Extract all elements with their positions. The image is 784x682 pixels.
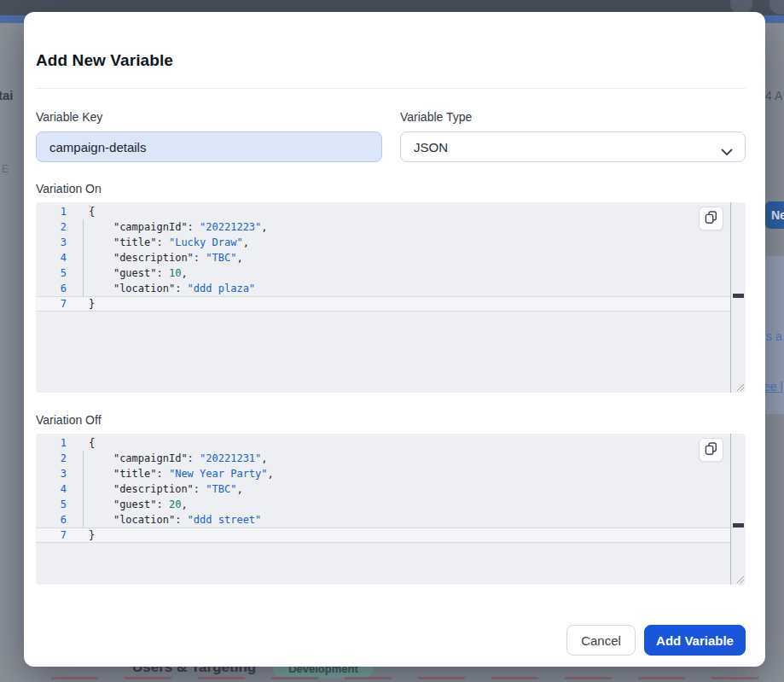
code-line[interactable]: 4 "description": "TBC", [36, 250, 730, 265]
chevron-down-icon [721, 144, 733, 160]
variable-type-label: Variable Type [400, 110, 746, 124]
variation-on-editor[interactable]: 1{2 "campaignId": "20221223",3 "title": … [36, 202, 746, 393]
code-line[interactable]: 6 "location": "ddd plaza" [36, 281, 730, 296]
variable-key-input[interactable] [36, 131, 382, 162]
line-number: 5 [36, 497, 67, 512]
line-number: 7 [36, 528, 67, 543]
resize-handle[interactable] [735, 574, 744, 583]
line-number: 6 [36, 512, 67, 528]
line-number: 5 [36, 265, 67, 281]
copy-icon [705, 442, 717, 458]
code-line[interactable]: 7} [36, 528, 730, 543]
variation-off-label: Variation Off [36, 413, 746, 427]
variation-off-editor[interactable]: 1{2 "campaignId": "20221231",3 "title": … [36, 434, 746, 585]
code-line[interactable]: 1{ [36, 435, 730, 451]
code-line[interactable]: 5 "guest": 10, [36, 265, 730, 281]
cancel-button[interactable]: Cancel [566, 625, 636, 656]
editor-scroll-border [730, 434, 731, 585]
code-line[interactable]: 2 "campaignId": "20221231", [36, 451, 730, 466]
variable-key-label: Variable Key [36, 110, 382, 124]
modal-title: Add New Variable [36, 51, 746, 70]
line-number: 2 [36, 451, 67, 466]
copy-button[interactable] [699, 207, 723, 230]
resize-handle[interactable] [735, 382, 744, 391]
code-lines: 1{2 "campaignId": "20221223",3 "title": … [36, 202, 730, 312]
line-number: 7 [36, 296, 67, 312]
code-lines: 1{2 "campaignId": "20221231",3 "title": … [36, 434, 730, 543]
line-number: 4 [36, 481, 67, 497]
form-row: Variable Key Variable Type JSON [36, 110, 746, 162]
line-number: 3 [36, 466, 67, 481]
code-line[interactable]: 7} [36, 296, 730, 312]
modal-footer: Cancel Add Variable [566, 625, 746, 656]
variable-type-field: Variable Type JSON [400, 110, 746, 162]
indent-guide [83, 451, 84, 528]
scrollbar-thumb[interactable] [733, 294, 744, 298]
indent-guide [83, 219, 84, 296]
add-variable-button[interactable]: Add Variable [644, 625, 746, 656]
copy-button[interactable] [699, 438, 723, 462]
line-number: 4 [36, 250, 67, 265]
code-line[interactable]: 5 "guest": 20, [36, 497, 730, 512]
code-line[interactable]: 1{ [36, 204, 730, 219]
code-line[interactable]: 3 "title": "New Year Party", [36, 466, 730, 481]
header-divider [36, 88, 746, 89]
copy-icon [705, 211, 717, 227]
add-variable-modal: Add New Variable Variable Key Variable T… [24, 12, 765, 667]
variable-type-value: JSON [414, 140, 448, 154]
code-line[interactable]: 3 "title": "Lucky Draw", [36, 235, 730, 250]
scrollbar-thumb[interactable] [733, 523, 744, 528]
variable-key-field: Variable Key [36, 110, 382, 162]
line-number: 1 [36, 204, 67, 219]
line-number: 3 [36, 235, 67, 250]
code-line[interactable]: 4 "description": "TBC", [36, 481, 730, 497]
line-number: 1 [36, 435, 67, 451]
variation-on-label: Variation On [36, 182, 746, 195]
variable-type-select[interactable]: JSON [400, 131, 746, 162]
code-line[interactable]: 6 "location": "ddd street" [36, 512, 730, 528]
code-line[interactable]: 2 "campaignId": "20221223", [36, 219, 730, 235]
line-number: 2 [36, 219, 67, 235]
line-number: 6 [36, 281, 67, 296]
editor-scroll-border [730, 202, 731, 393]
